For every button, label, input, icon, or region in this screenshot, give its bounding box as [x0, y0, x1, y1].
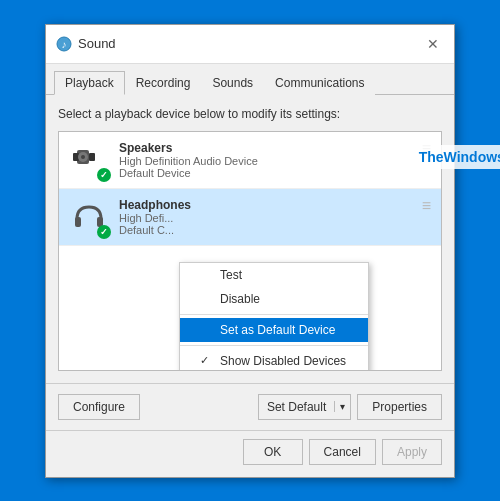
bottom-right-buttons: Set Default ▾ Properties: [258, 394, 442, 420]
properties-button[interactable]: Properties: [357, 394, 442, 420]
headphones-icon: ✓: [69, 197, 109, 237]
context-separator-2: [180, 345, 368, 346]
title-bar-left: ♪ Sound: [56, 36, 116, 52]
context-show-disabled[interactable]: ✓ Show Disabled Devices: [180, 349, 368, 371]
content-area: Select a playback device below to modify…: [46, 95, 454, 383]
speakers-info: Speakers High Definition Audio Device De…: [119, 141, 412, 179]
context-test[interactable]: Test: [180, 263, 368, 287]
speakers-menu-icon: ≡: [422, 140, 431, 158]
svg-rect-4: [89, 153, 95, 161]
sound-icon: ♪: [56, 36, 72, 52]
window-title: Sound: [78, 36, 116, 51]
device-actions-bar: Configure Set Default ▾ Properties: [46, 383, 454, 430]
tab-recording[interactable]: Recording: [125, 71, 202, 95]
device-speakers[interactable]: ✓ Speakers High Definition Audio Device …: [59, 132, 441, 189]
set-default-arrow[interactable]: ▾: [334, 401, 350, 412]
speakers-detail1: High Definition Audio Device: [119, 155, 412, 167]
devices-list[interactable]: ✓ Speakers High Definition Audio Device …: [58, 131, 442, 371]
headphones-detail1: High Defi...: [119, 212, 412, 224]
svg-point-6: [81, 155, 85, 159]
sound-dialog: ♪ Sound ✕ Playback Recording Sounds Comm…: [45, 24, 455, 478]
apply-button[interactable]: Apply: [382, 439, 442, 465]
configure-button[interactable]: Configure: [58, 394, 140, 420]
headphones-menu-icon: ≡: [422, 197, 431, 215]
speakers-icon: ✓: [69, 140, 109, 180]
set-default-split-button[interactable]: Set Default ▾: [258, 394, 351, 420]
headphones-detail2: Default C...: [119, 224, 412, 236]
speakers-detail2: Default Device: [119, 167, 412, 179]
tab-communications[interactable]: Communications: [264, 71, 375, 95]
headphones-info: Headphones High Defi... Default C...: [119, 198, 412, 236]
tab-sounds[interactable]: Sounds: [201, 71, 264, 95]
svg-text:♪: ♪: [62, 39, 67, 50]
description-text: Select a playback device below to modify…: [58, 107, 442, 121]
context-set-default[interactable]: Set as Default Device: [180, 318, 368, 342]
ok-button[interactable]: OK: [243, 439, 303, 465]
tabs-bar: Playback Recording Sounds Communications: [46, 64, 454, 95]
context-menu: Test Disable Set as Default Device ✓ Sho…: [179, 262, 369, 371]
context-separator-1: [180, 314, 368, 315]
speakers-name: Speakers: [119, 141, 412, 155]
svg-rect-7: [75, 217, 81, 227]
headphones-name: Headphones: [119, 198, 412, 212]
context-disable[interactable]: Disable: [180, 287, 368, 311]
dialog-actions-bar: OK Cancel Apply: [46, 430, 454, 477]
cancel-button[interactable]: Cancel: [309, 439, 376, 465]
close-button[interactable]: ✕: [422, 33, 444, 55]
tab-playback[interactable]: Playback: [54, 71, 125, 95]
bottom-left-buttons: Configure: [58, 394, 140, 420]
device-headphones[interactable]: ✓ Headphones High Defi... Default C... ≡: [59, 189, 441, 246]
title-bar: ♪ Sound ✕: [46, 25, 454, 64]
